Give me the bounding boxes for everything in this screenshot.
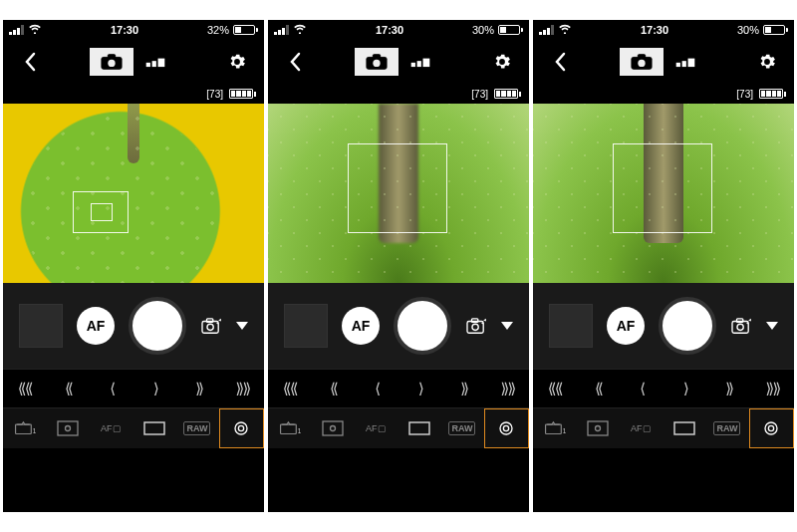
shots-remaining: [73] bbox=[206, 89, 223, 100]
aspect-button[interactable] bbox=[133, 408, 175, 448]
svg-point-19 bbox=[373, 60, 380, 67]
photo-mode-button[interactable] bbox=[90, 48, 133, 76]
focus-frame[interactable] bbox=[348, 143, 447, 233]
nav-step-5[interactable]: ⟫⟫ bbox=[485, 380, 529, 398]
nav-step-0[interactable]: ⟪⟪ bbox=[3, 380, 47, 398]
video-mode-button[interactable] bbox=[664, 48, 707, 76]
svg-rect-46 bbox=[588, 421, 608, 435]
nav-step-2[interactable]: ⟨ bbox=[620, 380, 664, 398]
video-mode-button[interactable] bbox=[398, 48, 442, 76]
wifi-icon bbox=[293, 24, 307, 36]
nav-step-4[interactable]: ⟫ bbox=[707, 380, 751, 398]
nav-step-4[interactable]: ⟫ bbox=[177, 380, 221, 398]
svg-point-50 bbox=[769, 425, 774, 430]
settings-button[interactable] bbox=[487, 52, 517, 72]
af-area-button[interactable]: AF▢ bbox=[355, 408, 398, 448]
shots-remaining: [73] bbox=[471, 89, 488, 100]
shutter-button[interactable] bbox=[659, 297, 716, 355]
nav-step-3[interactable]: ⟩ bbox=[398, 380, 442, 398]
af-button[interactable]: AF bbox=[607, 307, 645, 345]
af-button[interactable]: AF bbox=[77, 307, 115, 345]
last-photo-thumbnail[interactable] bbox=[284, 304, 328, 348]
back-button[interactable] bbox=[280, 52, 310, 72]
nav-step-4[interactable]: ⟫ bbox=[442, 380, 486, 398]
capture-bar: AF bbox=[268, 283, 529, 369]
svg-rect-41 bbox=[737, 319, 743, 323]
back-button[interactable] bbox=[545, 52, 575, 72]
af-area-button[interactable]: AF▢ bbox=[90, 408, 133, 448]
aperture-button[interactable] bbox=[219, 408, 264, 448]
nav-step-1[interactable]: ⟪ bbox=[47, 380, 91, 398]
capture-bar: AF bbox=[533, 283, 794, 369]
svg-rect-27 bbox=[280, 424, 296, 433]
photo-mode-button[interactable] bbox=[620, 48, 664, 76]
svg-text:1: 1 bbox=[298, 428, 301, 435]
nav-step-2[interactable]: ⟨ bbox=[355, 380, 398, 398]
camera-settings-button[interactable] bbox=[465, 317, 487, 335]
svg-point-49 bbox=[765, 422, 777, 434]
capture-bar: AF bbox=[3, 283, 264, 369]
nav-step-2[interactable]: ⟨ bbox=[90, 380, 133, 398]
svg-point-42 bbox=[737, 324, 743, 330]
back-button[interactable] bbox=[15, 52, 45, 72]
camera-settings-button[interactable] bbox=[200, 317, 222, 335]
svg-rect-3 bbox=[146, 63, 150, 67]
info-bar: [73] bbox=[268, 84, 529, 104]
bottom-toolbar: 1 AF▢ RAW bbox=[3, 408, 264, 448]
bracket-button[interactable]: 1 bbox=[268, 408, 311, 448]
metering-button[interactable] bbox=[576, 408, 619, 448]
phone-screen-1: 17:30 32% [73] bbox=[3, 20, 264, 512]
shutter-button[interactable] bbox=[129, 297, 186, 355]
expand-icon[interactable] bbox=[501, 322, 513, 330]
svg-rect-10 bbox=[15, 424, 31, 433]
svg-point-2 bbox=[108, 60, 115, 67]
settings-button[interactable] bbox=[222, 52, 252, 72]
aspect-button[interactable] bbox=[663, 408, 705, 448]
status-bar: 17:30 30% bbox=[533, 20, 794, 40]
raw-button[interactable]: RAW bbox=[175, 408, 218, 448]
nav-step-1[interactable]: ⟪ bbox=[577, 380, 621, 398]
metering-button[interactable] bbox=[46, 408, 89, 448]
video-mode-button[interactable] bbox=[133, 48, 177, 76]
viewfinder[interactable] bbox=[3, 104, 264, 283]
nav-step-3[interactable]: ⟩ bbox=[664, 380, 707, 398]
info-bar: [73] bbox=[3, 84, 264, 104]
viewfinder[interactable] bbox=[268, 104, 529, 283]
nav-step-5[interactable]: ⟫⟫ bbox=[220, 380, 264, 398]
svg-rect-35 bbox=[638, 55, 645, 59]
expand-icon[interactable] bbox=[766, 322, 778, 330]
af-button[interactable]: AF bbox=[342, 307, 380, 345]
nav-step-1[interactable]: ⟪ bbox=[312, 380, 356, 398]
svg-rect-37 bbox=[676, 63, 680, 67]
top-toolbar bbox=[268, 40, 529, 84]
focus-frame[interactable] bbox=[613, 143, 712, 233]
svg-rect-29 bbox=[323, 421, 343, 435]
battery-percent: 30% bbox=[737, 24, 759, 36]
bracket-button[interactable]: 1 bbox=[3, 408, 46, 448]
raw-button[interactable]: RAW bbox=[440, 408, 483, 448]
aperture-button[interactable] bbox=[749, 408, 794, 448]
camera-settings-button[interactable] bbox=[730, 317, 752, 335]
af-area-button[interactable]: AF▢ bbox=[620, 408, 663, 448]
aperture-button[interactable] bbox=[484, 408, 529, 448]
nav-step-5[interactable]: ⟫⟫ bbox=[750, 380, 794, 398]
bracket-button[interactable]: 1 bbox=[533, 408, 576, 448]
metering-button[interactable] bbox=[311, 408, 354, 448]
shutter-button[interactable] bbox=[394, 297, 451, 355]
settings-button[interactable] bbox=[752, 52, 782, 72]
last-photo-thumbnail[interactable] bbox=[549, 304, 593, 348]
raw-button[interactable]: RAW bbox=[705, 408, 748, 448]
camera-battery-icon bbox=[494, 89, 521, 99]
nav-step-3[interactable]: ⟩ bbox=[133, 380, 177, 398]
svg-text:1: 1 bbox=[563, 428, 566, 435]
last-photo-thumbnail[interactable] bbox=[19, 304, 63, 348]
viewfinder[interactable] bbox=[533, 104, 794, 283]
camera-battery-icon bbox=[229, 89, 256, 99]
svg-point-26 bbox=[481, 322, 483, 324]
nav-step-0[interactable]: ⟪⟪ bbox=[268, 380, 312, 398]
aspect-button[interactable] bbox=[398, 408, 440, 448]
top-toolbar bbox=[3, 40, 264, 84]
photo-mode-button[interactable] bbox=[355, 48, 398, 76]
expand-icon[interactable] bbox=[236, 322, 248, 330]
nav-step-0[interactable]: ⟪⟪ bbox=[533, 380, 577, 398]
